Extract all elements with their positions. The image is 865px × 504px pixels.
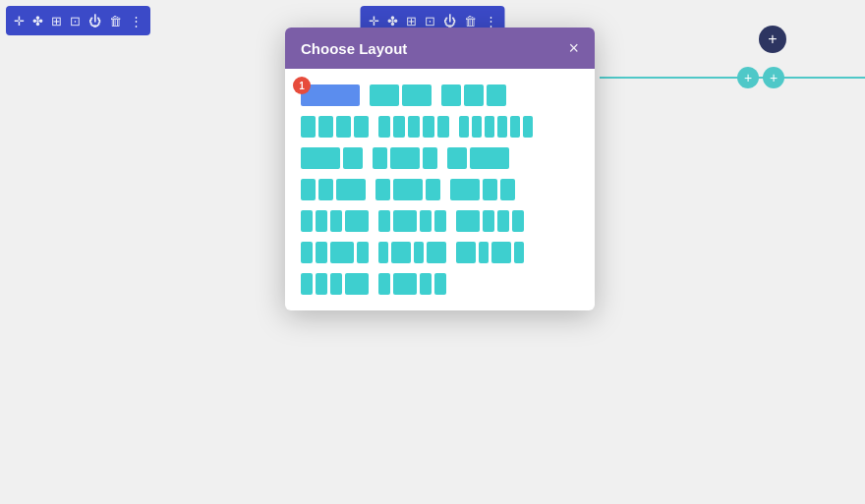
col-block-3 <box>434 273 446 295</box>
horizontal-line <box>600 77 865 79</box>
center-expand-icon[interactable]: ⊞ <box>406 14 417 28</box>
right-plus-icon: + <box>768 30 777 48</box>
col-block-0 <box>301 116 316 138</box>
layout-row-4 <box>301 179 579 200</box>
modal-body: 1 <box>285 69 595 310</box>
col-block-3 <box>423 116 434 138</box>
col-block-4 <box>437 116 449 138</box>
col-block-1 <box>391 242 411 263</box>
line-add-button-1[interactable]: + <box>737 67 759 88</box>
col-block-4 <box>510 116 520 138</box>
col-block-3 <box>497 116 507 138</box>
center-power-icon[interactable]: ⏻ <box>443 14 456 28</box>
col-block-1 <box>472 116 482 138</box>
move-icon[interactable]: ✛ <box>14 14 25 28</box>
col-block-1 <box>470 147 509 169</box>
settings-icon[interactable]: ✤ <box>32 14 43 28</box>
col-block-1 <box>479 242 489 263</box>
col-block-1 <box>464 84 484 106</box>
col-block-2 <box>491 242 511 263</box>
col-block-0 <box>301 147 340 169</box>
right-add-button[interactable]: + <box>759 26 786 53</box>
expand-icon[interactable]: ⊞ <box>51 14 62 28</box>
col-block-2 <box>423 147 437 169</box>
layout-option-5-2[interactable] <box>378 210 446 232</box>
col-block-3 <box>514 242 524 263</box>
col-block-0 <box>378 273 390 295</box>
layout-option-2-2[interactable] <box>378 116 449 138</box>
layout-option-1-2[interactable] <box>370 84 432 106</box>
col-block-3 <box>512 210 524 232</box>
col-block-1 <box>316 273 327 295</box>
layout-option-6-2[interactable] <box>378 242 446 263</box>
col-block-1 <box>483 210 494 232</box>
col-block-1 <box>316 242 327 263</box>
layout-option-2-3[interactable] <box>459 116 533 138</box>
col-block-1 <box>393 210 417 232</box>
layout-row-2 <box>301 116 579 138</box>
col-block-2 <box>420 273 432 295</box>
layout-option-4-2[interactable] <box>375 179 440 200</box>
collapse-icon[interactable]: ⊡ <box>70 14 81 28</box>
layout-option-1-3[interactable] <box>441 84 506 106</box>
col-block-1 <box>393 116 405 138</box>
layout-option-7-1[interactable] <box>301 273 369 295</box>
col-block-3 <box>357 242 369 263</box>
power-icon[interactable]: ⏻ <box>88 14 101 28</box>
more-icon[interactable]: ⋮ <box>130 14 143 28</box>
layout-row-5 <box>301 210 579 232</box>
layout-option-3-1[interactable] <box>301 147 363 169</box>
col-block-1 <box>390 147 420 169</box>
col-block-3 <box>427 242 446 263</box>
modal-header: Choose Layout × <box>285 28 595 69</box>
col-block-0 <box>450 179 480 200</box>
col-block-2 <box>330 273 342 295</box>
layout-option-3-2[interactable] <box>373 147 437 169</box>
col-block-0 <box>373 147 387 169</box>
col-block-0 <box>375 179 390 200</box>
col-block-0 <box>459 116 469 138</box>
col-block-0 <box>447 147 467 169</box>
center-delete-icon[interactable]: 🗑 <box>464 14 477 28</box>
layout-row-7 <box>301 273 579 295</box>
center-move-icon[interactable]: ✛ <box>369 14 379 28</box>
selected-badge: 1 <box>293 77 311 94</box>
col-block-1 <box>318 116 333 138</box>
col-block-0 <box>301 179 316 200</box>
layout-option-6-1[interactable] <box>301 242 369 263</box>
col-block-2 <box>408 116 420 138</box>
col-block-0 <box>378 242 388 263</box>
center-more-icon[interactable]: ⋮ <box>485 14 497 28</box>
layout-option-3-3[interactable] <box>447 147 509 169</box>
center-settings-icon[interactable]: ✤ <box>387 14 398 28</box>
col-block-0 <box>378 210 390 232</box>
layout-option-2-1[interactable] <box>301 116 369 138</box>
modal-title: Choose Layout <box>301 40 407 57</box>
line-plus-1-icon: + <box>744 70 752 85</box>
layout-row-3 <box>301 147 579 169</box>
col-block-0 <box>370 84 399 106</box>
col-block-2 <box>497 210 509 232</box>
layout-option-4-3[interactable] <box>450 179 515 200</box>
col-block-0 <box>441 84 461 106</box>
layout-option-7-2[interactable] <box>378 273 446 295</box>
layout-option-1-1[interactable]: 1 <box>301 84 360 106</box>
col-block-0 <box>301 242 313 263</box>
layout-option-5-1[interactable] <box>301 210 369 232</box>
center-collapse-icon[interactable]: ⊡ <box>425 14 435 28</box>
layout-option-5-3[interactable] <box>456 210 524 232</box>
left-toolbar: ✛ ✤ ⊞ ⊡ ⏻ 🗑 ⋮ <box>6 6 150 35</box>
col-block-1 <box>393 273 417 295</box>
col-block-3 <box>345 210 369 232</box>
col-block-2 <box>420 210 432 232</box>
line-add-button-2[interactable]: + <box>763 67 784 88</box>
delete-icon[interactable]: 🗑 <box>109 14 122 28</box>
col-block-2 <box>330 210 342 232</box>
col-block-5 <box>523 116 533 138</box>
modal-close-button[interactable]: × <box>568 39 579 57</box>
layout-option-4-1[interactable] <box>301 179 366 200</box>
col-block-0 <box>301 273 313 295</box>
choose-layout-modal: Choose Layout × 1 <box>285 28 595 310</box>
col-block-2 <box>414 242 424 263</box>
layout-option-6-3[interactable] <box>456 242 524 263</box>
